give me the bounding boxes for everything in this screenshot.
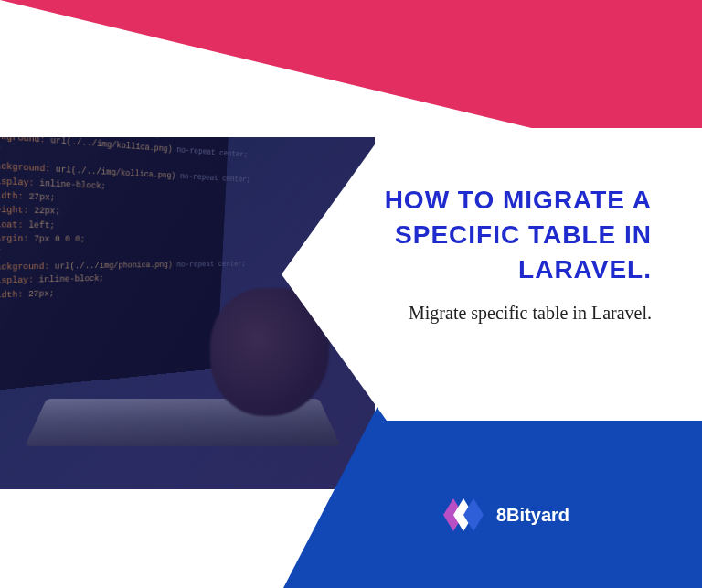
graphic-card: display: inline-block; 'montserrat' back… (0, 0, 702, 588)
brand-name: 8Bityard (496, 505, 569, 526)
subtitle-text: Migrate specific table in Laravel. (309, 303, 652, 324)
brand-logo: 8Bityard (443, 498, 569, 531)
logo-icon (443, 498, 484, 531)
main-title: HOW TO MIGRATE A SPECIFIC TABLE IN LARAV… (309, 183, 652, 286)
